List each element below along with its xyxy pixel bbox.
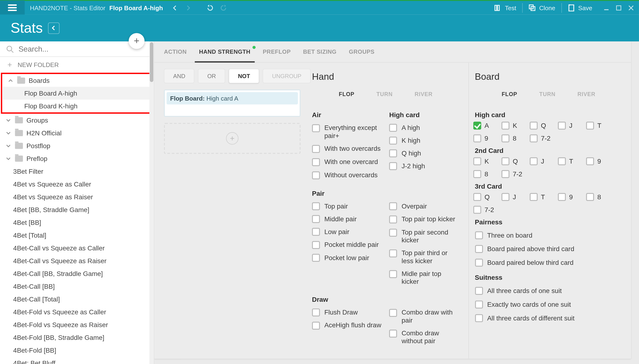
card-c2-T[interactable]: T [558,157,582,165]
nav-back-button[interactable] [168,0,182,15]
card-c3-9[interactable]: 9 [558,193,582,201]
list-item[interactable]: 4Bet-Call vs Squeeze as Caller [13,242,154,254]
chk-air-1[interactable]: With two overcards [310,142,384,155]
chk-pair-r3[interactable]: Top pair third or less kicker [388,246,461,267]
op-or-button[interactable]: OR [198,69,225,83]
chk-suit-0[interactable]: All three cards of one suit [473,284,624,298]
add-condition-card[interactable]: + [164,123,300,154]
chk-suit-1[interactable]: Exactly two cards of one suit [473,298,624,311]
minimize-button[interactable] [603,4,610,11]
list-item[interactable]: 4Bet-Call [BB] [13,280,154,292]
sidebar-item-flop-k-high[interactable]: Flop Board K-high [2,100,150,112]
sidebar-folder-boards[interactable]: Boards [2,74,150,87]
card-high-72[interactable]: 7-2 [530,134,554,142]
sidebar-folder-preflop[interactable]: Preflop [0,152,154,165]
nav-forward-button[interactable] [182,0,195,15]
op-and-button[interactable]: AND [164,69,194,83]
chk-suit-2[interactable]: All three cards of different suit [473,311,624,325]
subtab-hand-river[interactable]: RIVER [415,91,433,97]
tab-preflop[interactable]: PREFLOP [263,42,291,62]
chk-pair-r4[interactable]: Midle pair top kicker [388,267,461,288]
chk-draw-r0[interactable]: Combo draw with pair [388,306,461,326]
card-c2-72[interactable]: 7-2 [501,170,526,178]
list-item[interactable]: 4Bet-Fold vs Squeeze as Raiser [13,318,154,331]
tab-bet-sizing[interactable]: BET SIZING [303,42,336,62]
tab-groups[interactable]: GROUPS [349,42,374,62]
chk-air-2[interactable]: With one overcard [310,155,384,168]
hamburger-button[interactable] [0,0,24,15]
add-stat-fab[interactable]: + [129,33,144,49]
card-high-Q[interactable]: Q [530,121,554,130]
chk-pair-l2[interactable]: Low pair [310,225,384,238]
list-item[interactable]: 4Bet vs Squeeze as Caller [13,178,154,190]
list-item[interactable]: 4Bet-Call [Total] [13,292,154,305]
op-ungroup-button[interactable]: UNGROUP [263,69,311,83]
card-c2-K[interactable]: K [473,157,498,165]
maximize-button[interactable] [615,4,622,11]
card-c2-Q[interactable]: Q [501,157,526,165]
chk-pairness-2[interactable]: Board paired below third card [473,256,624,269]
list-item[interactable]: 3Bet Filter [13,165,154,178]
sidebar-folder-h2n[interactable]: H2N Official [0,126,154,139]
chk-pairness-1[interactable]: Board paired above third card [473,242,624,256]
subtab-hand-turn[interactable]: TURN [376,91,393,97]
list-item[interactable]: 4Bet-Call [BB, Straddle Game] [13,267,154,280]
subtab-hand-flop[interactable]: FLOP [339,91,354,97]
subtab-board-flop[interactable]: FLOP [502,91,517,97]
card-c3-72[interactable]: 7-2 [473,206,498,214]
save-button[interactable]: Save [562,0,598,15]
chk-air-3[interactable]: Without overcards [310,168,384,182]
chk-air-0[interactable]: Everything except pair+ [310,121,384,142]
list-item[interactable]: 4Bet [BB] [13,216,154,228]
chk-high-2[interactable]: Q high [388,147,461,160]
card-high-J[interactable]: J [558,121,582,130]
close-button[interactable] [628,4,634,11]
chk-pair-l1[interactable]: Middle pair [310,212,384,225]
tab-action[interactable]: ACTION [164,42,187,62]
card-high-A[interactable]: A [473,121,498,130]
chk-high-1[interactable]: K high [388,134,461,147]
list-item[interactable]: 4Bet-Fold [BB, Straddle Game] [13,331,154,344]
chk-draw-l1[interactable]: AceHigh flush draw [310,318,384,332]
chk-draw-r1[interactable]: Combo draw without pair [388,326,461,348]
card-high-T[interactable]: T [586,121,610,130]
clone-button[interactable]: Clone [523,0,561,15]
card-c2-8[interactable]: 8 [473,170,498,178]
list-item[interactable]: 4Bet [BB, Straddle Game] [13,203,154,216]
card-c3-8[interactable]: 8 [586,193,610,201]
card-high-K[interactable]: K [501,121,526,130]
chk-pair-l4[interactable]: Pocket low pair [310,251,384,264]
sidebar-folder-groups[interactable]: Groups [0,114,154,126]
list-item[interactable]: 4Bet-Fold [BB] [13,344,154,356]
stats-back-button[interactable] [48,22,60,34]
sidebar-folder-postflop[interactable]: Postflop [0,139,154,152]
card-c3-T[interactable]: T [530,193,554,201]
list-item[interactable]: 4Bet-Call vs Squeeze as Raiser [13,254,154,267]
chk-pair-r2[interactable]: Top pair second kicker [388,226,461,246]
test-button[interactable]: Test [488,0,522,15]
chk-pair-r0[interactable]: Overpair [388,200,461,212]
chk-high-3[interactable]: J-2 high [388,160,461,172]
card-high-9[interactable]: 9 [473,134,498,142]
card-c3-Q[interactable]: Q [473,193,498,201]
condition-card[interactable]: Flop Board: High card A [164,90,300,117]
list-item[interactable]: 4Bet [Total] [13,228,154,242]
chk-pairness-0[interactable]: Three on board [473,228,624,242]
sidebar-scrollbar[interactable] [149,42,154,364]
redo-button[interactable] [217,0,230,15]
list-item[interactable]: 4Bet: Bet Bluff [13,356,154,364]
list-item[interactable]: 4Bet vs Squeeze as Raiser [13,190,154,203]
chk-pair-l3[interactable]: Pocket middle pair [310,238,384,251]
chk-high-0[interactable]: A high [388,121,461,134]
search-input[interactable] [18,45,147,54]
sidebar-item-flop-a-high[interactable]: Flop Board A-high [2,87,150,100]
undo-button[interactable] [204,0,217,15]
condition-chip[interactable]: Flop Board: High card A [166,92,298,104]
tab-hand-strength[interactable]: HAND STRENGTH [199,42,250,62]
card-c2-J[interactable]: J [530,157,554,165]
new-folder-button[interactable]: + NEW FOLDER [0,57,154,73]
card-c3-J[interactable]: J [501,193,526,201]
op-not-button[interactable]: NOT [228,69,259,83]
chk-draw-l0[interactable]: Flush Draw [310,306,384,318]
card-high-8[interactable]: 8 [501,134,526,142]
